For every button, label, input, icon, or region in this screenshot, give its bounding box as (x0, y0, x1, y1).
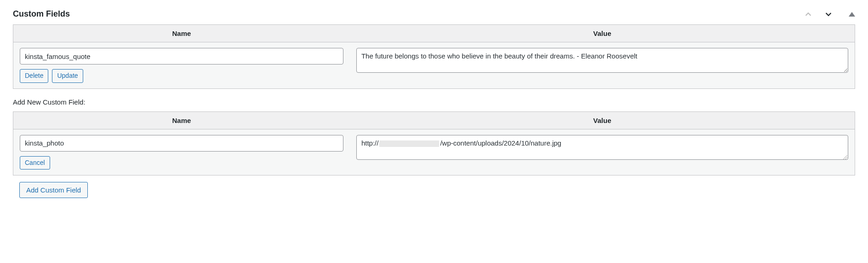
field-name-input[interactable] (20, 48, 343, 64)
column-header-name: Name (13, 111, 350, 129)
panel-header: Custom Fields (13, 9, 855, 19)
panel-title: Custom Fields (13, 9, 70, 19)
collapse-triangle-icon[interactable] (849, 12, 855, 17)
chevron-up-icon[interactable] (804, 10, 813, 19)
new-field-value-textarea[interactable]: http:///wp-content/uploads/2024/10/natur… (356, 135, 848, 160)
table-row: Delete Update The future belongs to thos… (13, 42, 855, 89)
column-header-value: Value (350, 25, 855, 42)
update-button[interactable]: Update (52, 69, 83, 83)
table-row: Cancel http:///wp-content/uploads/2024/1… (13, 129, 855, 175)
add-custom-field-button[interactable]: Add Custom Field (19, 182, 88, 198)
redacted-domain (379, 140, 439, 147)
column-header-value: Value (350, 111, 855, 129)
chevron-down-icon[interactable] (824, 10, 833, 19)
svg-line-2 (846, 159, 847, 160)
add-new-field-table: Name Value Cancel http:///wp-content/upl… (13, 111, 855, 176)
value-prefix: http:// (361, 139, 379, 147)
column-header-name: Name (13, 25, 350, 42)
value-suffix: /wp-content/uploads/2024/10/nature.jpg (440, 139, 561, 147)
new-field-name-input[interactable] (20, 135, 343, 152)
resize-handle-icon[interactable] (842, 153, 847, 159)
field-value-textarea[interactable]: The future belongs to those who believe … (356, 48, 848, 73)
panel-controls (804, 10, 855, 19)
delete-button[interactable]: Delete (20, 69, 48, 83)
cancel-button[interactable]: Cancel (20, 156, 50, 170)
add-new-label: Add New Custom Field: (13, 98, 855, 106)
custom-fields-table: Name Value Delete Update The future belo… (13, 24, 855, 89)
